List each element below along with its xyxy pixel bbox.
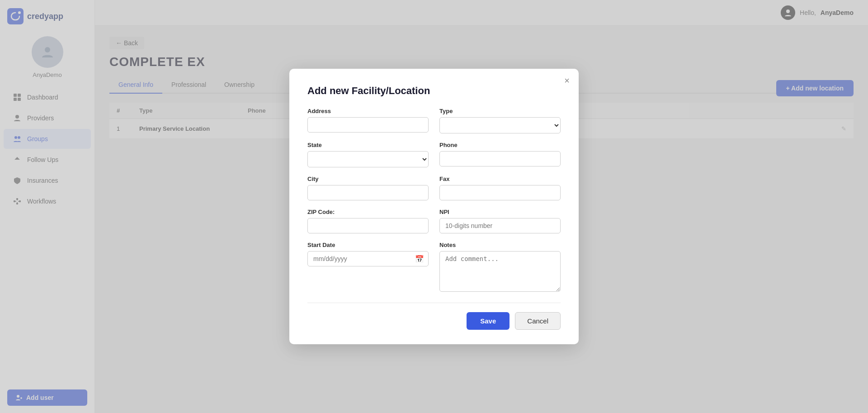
phone-group: Phone (439, 142, 561, 167)
zip-group: ZIP Code: (307, 209, 429, 233)
state-group: State (307, 142, 429, 167)
modal-form: Address Type Primary Secondary Other Sta… (307, 108, 561, 292)
notes-textarea[interactable] (439, 251, 561, 292)
npi-group: NPI (439, 209, 561, 233)
notes-group: Notes (439, 242, 561, 292)
state-select[interactable] (307, 151, 429, 167)
modal-actions: Save Cancel (307, 312, 561, 330)
fax-input[interactable] (439, 185, 561, 200)
city-group: City (307, 176, 429, 200)
cancel-button[interactable]: Cancel (515, 312, 561, 330)
startdate-label: Start Date (307, 242, 429, 248)
npi-input[interactable] (439, 218, 561, 233)
modal: × Add new Facility/Location Address Type… (289, 69, 579, 344)
address-label: Address (307, 108, 429, 114)
fax-label: Fax (439, 176, 561, 182)
phone-label: Phone (439, 142, 561, 148)
modal-title: Add new Facility/Location (307, 85, 561, 97)
type-label: Type (439, 108, 561, 114)
city-input[interactable] (307, 185, 429, 200)
modal-divider (307, 303, 561, 303)
modal-overlay: × Add new Facility/Location Address Type… (0, 0, 868, 413)
zip-input[interactable] (307, 218, 429, 233)
notes-label: Notes (439, 242, 561, 248)
modal-close-button[interactable]: × (564, 76, 570, 85)
date-input-wrapper: 📅 (307, 251, 429, 266)
city-label: City (307, 176, 429, 182)
fax-group: Fax (439, 176, 561, 200)
startdate-input[interactable] (307, 251, 429, 266)
npi-label: NPI (439, 209, 561, 215)
address-group: Address (307, 108, 429, 133)
startdate-group: Start Date 📅 (307, 242, 429, 292)
address-input[interactable] (307, 117, 429, 133)
save-button[interactable]: Save (467, 312, 509, 330)
type-select[interactable]: Primary Secondary Other (439, 117, 561, 133)
type-group: Type Primary Secondary Other (439, 108, 561, 133)
phone-input[interactable] (439, 151, 561, 166)
zip-label: ZIP Code: (307, 209, 429, 215)
state-label: State (307, 142, 429, 148)
